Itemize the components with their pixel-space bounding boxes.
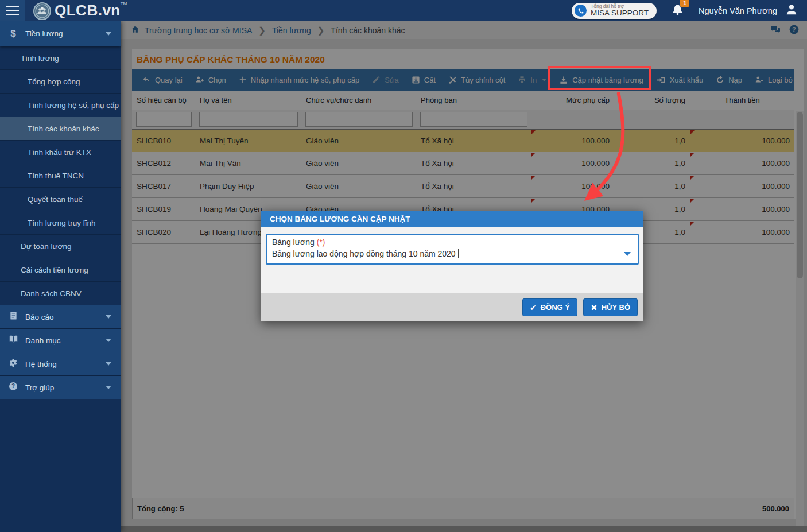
sidebar-item-label: Tổng hợp công	[28, 77, 80, 86]
notification-badge: 1	[680, 0, 689, 7]
sidebar-group-he-thong[interactable]: Hệ thống	[0, 352, 121, 376]
combobox-value: Bảng lương lao động hợp đồng tháng 10 nă…	[272, 249, 456, 258]
sidebar: $ Tiền lương Tính lương Tổng hợp công Tí…	[0, 21, 121, 532]
sidebar-item-label: Danh sách CBNV	[21, 289, 82, 298]
top-bar: QLCB.vn TM Tổng đài hỗ trợ MISA SUPPORT …	[0, 0, 807, 21]
misa-support-button[interactable]: Tổng đài hỗ trợ MISA SUPPORT	[572, 3, 657, 19]
sidebar-item[interactable]: Tính các khoản khác	[0, 117, 121, 141]
sidebar-group-label: Báo cáo	[25, 313, 54, 321]
gear-icon	[8, 358, 18, 370]
logo-trademark: TM	[121, 1, 127, 7]
sidebar-item-label: Dự toán lương	[21, 242, 71, 251]
sidebar-group-label: Trợ giúp	[25, 383, 54, 392]
app-screen: QLCB.vn TM Tổng đài hỗ trợ MISA SUPPORT …	[0, 0, 807, 532]
sidebar-item[interactable]: Danh sách CBNV	[0, 282, 121, 305]
close-icon: ✖	[591, 303, 598, 312]
ok-button[interactable]: ✔ ĐỒNG Ý	[522, 298, 577, 316]
sidebar-group-label: Danh mục	[25, 336, 61, 345]
sidebar-item[interactable]: Dự toán lương	[0, 235, 121, 258]
user-name[interactable]: Nguyễn Văn Phương	[699, 6, 777, 15]
sidebar-item[interactable]: Cải cách tiền lương	[0, 258, 121, 282]
sidebar-group-bao-cao[interactable]: Báo cáo	[0, 305, 121, 329]
sidebar-group-tro-giup[interactable]: ? Trợ giúp	[0, 376, 121, 399]
chevron-down-icon	[106, 339, 111, 342]
sidebar-item-label: Tính các khoản khác	[28, 125, 99, 133]
sidebar-item-label: Tính thuế TNCN	[28, 172, 84, 180]
sidebar-item[interactable]: Tính khấu trừ KTX	[0, 141, 121, 164]
chevron-down-icon	[106, 362, 111, 366]
book-icon	[8, 335, 18, 347]
sidebar-item[interactable]: Tính lương hệ số, phụ cấp	[0, 94, 121, 117]
sidebar-group-label: Hệ thống	[25, 360, 57, 368]
sidebar-group-label: Tiền lương	[25, 29, 63, 38]
notification-bell-icon[interactable]: 1	[672, 3, 684, 18]
chevron-down-icon	[106, 386, 111, 389]
sidebar-item[interactable]: Tính lương truy lĩnh	[0, 211, 121, 235]
report-icon	[8, 311, 18, 323]
topbar-right: Tổng đài hỗ trợ MISA SUPPORT 1 Nguyễn Vă…	[572, 3, 807, 19]
sidebar-item-label: Tính khấu trừ KTX	[28, 148, 91, 157]
sidebar-item-label: Quyết toán thuế	[28, 195, 83, 204]
check-icon: ✔	[530, 303, 537, 312]
hamburger-menu-icon[interactable]	[0, 0, 25, 21]
people-logo-icon	[33, 2, 51, 20]
required-mark: (*)	[317, 238, 325, 247]
sidebar-item-label: Cải cách tiền lương	[21, 266, 88, 274]
chevron-down-icon	[106, 315, 111, 319]
sidebar-group-danh-muc[interactable]: Danh mục	[0, 329, 121, 352]
modal-title: CHỌN BẢNG LƯƠNG CẦN CẬP NHẬT	[261, 211, 643, 227]
chevron-down-icon[interactable]	[624, 252, 631, 256]
cancel-button[interactable]: ✖ HỦY BỎ	[583, 298, 638, 316]
sidebar-group-tien-luong[interactable]: $ Tiền lương	[0, 21, 121, 46]
chevron-down-icon	[106, 32, 111, 36]
logo-text: QLCB.vn	[55, 1, 121, 20]
sidebar-item[interactable]: Tính lương	[0, 46, 121, 70]
sidebar-item-label: Tính lương hệ số, phụ cấp	[28, 101, 119, 110]
sidebar-item[interactable]: Tính thuế TNCN	[0, 164, 121, 188]
sidebar-item[interactable]: Tổng hợp công	[0, 70, 121, 94]
app-logo: QLCB.vn TM	[33, 1, 127, 20]
field-label: Bảng lương	[272, 238, 315, 247]
sidebar-item[interactable]: Quyết toán thuế	[0, 188, 121, 211]
sidebar-item-label: Tính lương truy lĩnh	[28, 219, 95, 227]
svg-text:?: ?	[11, 383, 15, 389]
sidebar-item-label: Tính lương	[21, 54, 59, 63]
bang-luong-combobox[interactable]: Bảng lương (*) Bảng lương lao động hợp đ…	[266, 234, 639, 265]
phone-icon	[575, 5, 587, 17]
support-title: MISA SUPPORT	[591, 9, 649, 17]
sidebar-menu: Tính lương Tổng hợp công Tính lương hệ s…	[0, 46, 121, 305]
help-icon: ?	[8, 382, 18, 394]
dollar-icon: $	[8, 28, 18, 40]
text-cursor	[458, 249, 459, 258]
user-avatar-icon[interactable]	[785, 3, 798, 18]
modal-chon-bang-luong: CHỌN BẢNG LƯƠNG CẦN CẬP NHẬT Bảng lương …	[261, 211, 643, 321]
